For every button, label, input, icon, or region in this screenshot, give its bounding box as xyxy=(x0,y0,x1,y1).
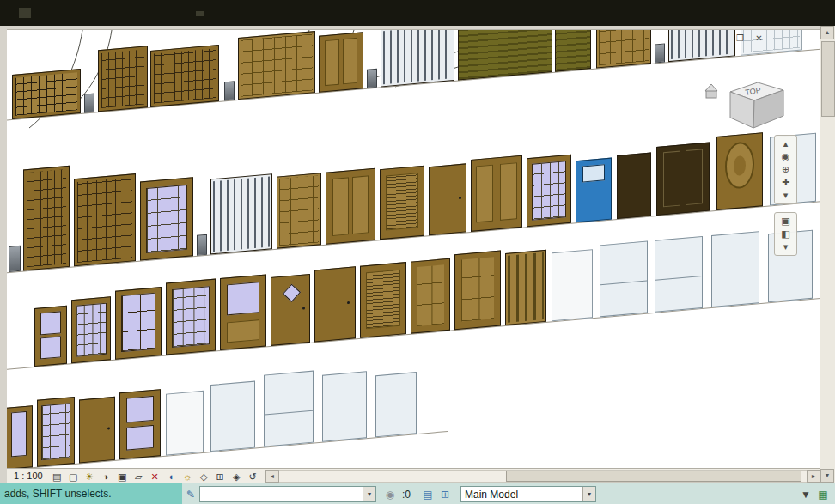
close-icon[interactable]: ✕ xyxy=(753,33,765,44)
visual-style-icon[interactable]: ▢ xyxy=(65,471,82,483)
door-post[interactable] xyxy=(224,81,235,100)
shadows-icon[interactable]: ◑ xyxy=(98,471,114,483)
horizontal-scrollbar-thumb[interactable] xyxy=(506,471,801,482)
crop-view-icon[interactable]: ▱ xyxy=(131,471,147,483)
door-louver[interactable] xyxy=(360,262,406,338)
navigation-bar: ▴◉⊕✚▾▣◧▾ xyxy=(774,135,797,256)
door-sheet2[interactable] xyxy=(264,371,314,447)
crop-region-hidden-icon[interactable]: ✕ xyxy=(147,471,163,483)
door-sheet2[interactable] xyxy=(655,236,703,313)
door-garage[interactable] xyxy=(596,29,651,69)
door-post[interactable] xyxy=(9,246,21,272)
steering-wheel-icon[interactable]: ◉ xyxy=(775,150,796,163)
door-latticewide[interactable] xyxy=(74,173,136,266)
scroll-left-icon[interactable]: ◄ xyxy=(265,470,279,483)
door-hslat[interactable] xyxy=(555,29,591,72)
door-panel6[interactable] xyxy=(411,258,450,334)
door-lattice[interactable] xyxy=(23,166,70,271)
filter-icon[interactable]: ▼ xyxy=(799,489,813,501)
door-sheet[interactable] xyxy=(210,381,255,452)
door-vbar[interactable] xyxy=(381,29,454,87)
door-sheet[interactable] xyxy=(375,372,417,437)
door-sheet2[interactable] xyxy=(600,241,648,318)
door-sheet[interactable] xyxy=(322,371,367,442)
displacement-icon[interactable]: ◈ xyxy=(229,471,245,483)
door-post[interactable] xyxy=(655,44,665,64)
worksharing-display-icon[interactable]: ◇ xyxy=(196,471,212,483)
temporary-view-properties-icon[interactable]: ⊞ xyxy=(212,471,229,483)
door-fencegrid[interactable] xyxy=(12,69,81,119)
door-post[interactable] xyxy=(84,94,94,113)
restore-icon[interactable]: ❐ xyxy=(734,33,747,44)
scroll-right-icon[interactable]: ► xyxy=(807,470,820,483)
design-options-combobox[interactable]: Main Model ▾ xyxy=(460,486,596,502)
pan-icon[interactable]: ✚ xyxy=(775,176,796,189)
zoom-icon[interactable]: ⊕ xyxy=(775,163,796,176)
select-toggle-icon[interactable]: ▦ xyxy=(816,489,830,501)
door-flush[interactable] xyxy=(79,397,115,464)
door-glass2[interactable] xyxy=(34,306,67,367)
door-lattice[interactable] xyxy=(150,45,219,107)
vertical-scrollbar-thumb[interactable] xyxy=(821,41,835,117)
door-glassgrid[interactable] xyxy=(37,397,75,467)
horizontal-scrollbar-track[interactable] xyxy=(279,470,807,483)
door-glassgrid[interactable] xyxy=(140,177,193,260)
door-darkflush[interactable] xyxy=(617,153,651,219)
scroll-down-icon[interactable]: ▼ xyxy=(820,469,834,483)
door-hslat[interactable] xyxy=(458,29,552,81)
design-option-grid-icon[interactable]: ⊞ xyxy=(438,489,452,501)
reveal-hidden-elements-icon[interactable]: ☼ xyxy=(180,471,196,483)
door-panel2[interactable] xyxy=(326,168,375,245)
door-darkpanel[interactable] xyxy=(656,143,710,216)
door-glassnarrow[interactable] xyxy=(7,405,33,469)
door-flush[interactable] xyxy=(314,266,356,342)
design-option-sheet-icon[interactable]: ▤ xyxy=(421,489,435,501)
door-glasspanel[interactable] xyxy=(220,274,266,350)
chevron-down-icon[interactable]: ▾ xyxy=(582,487,595,501)
reveal-constraints-icon[interactable]: ↺ xyxy=(245,471,261,483)
door-detail xyxy=(343,38,357,84)
door-garage[interactable] xyxy=(277,173,321,249)
door-diamond[interactable] xyxy=(271,274,310,346)
door-blue[interactable] xyxy=(576,158,612,223)
workset-combobox[interactable]: ▾ xyxy=(199,486,376,502)
chevron-down-icon[interactable]: ▾ xyxy=(775,240,796,253)
door-glassgrid[interactable] xyxy=(527,155,571,228)
door-glass2[interactable] xyxy=(119,389,161,459)
chevron-up-icon[interactable]: ▴ xyxy=(775,137,796,150)
door-panel6[interactable] xyxy=(454,250,501,330)
drawing-area[interactable]: — ❐ ✕ TOP ▴◉⊕✚▾▣◧▾ xyxy=(7,29,820,469)
door-lattice[interactable] xyxy=(98,46,148,112)
detail-level-icon[interactable]: ▤ xyxy=(49,471,65,483)
editable-only-icon[interactable]: ✎ xyxy=(184,489,198,501)
orient-cube-icon[interactable]: ▣ xyxy=(775,215,796,228)
door-louver[interactable] xyxy=(380,166,424,240)
door-post[interactable] xyxy=(367,69,377,88)
sun-path-icon[interactable]: ☀ xyxy=(82,471,98,483)
door-glassgrid[interactable] xyxy=(166,279,216,355)
door-sheet[interactable] xyxy=(711,231,759,307)
view-scale[interactable]: 1 : 100 xyxy=(14,471,43,481)
chevron-down-icon[interactable]: ▾ xyxy=(775,189,796,202)
door-glassgrid[interactable] xyxy=(71,296,111,363)
minimize-icon[interactable]: — xyxy=(715,33,728,44)
door-detail xyxy=(417,264,445,326)
door-post[interactable] xyxy=(197,234,207,256)
shaded-view-icon[interactable]: ◧ xyxy=(775,228,796,240)
temporary-hide-isolate-icon[interactable]: ◖ xyxy=(163,471,180,483)
horizontal-scrollbar[interactable]: ◄ ► xyxy=(265,470,820,483)
scroll-up-icon[interactable]: ▲ xyxy=(820,26,834,39)
door-panel2[interactable] xyxy=(319,32,363,93)
show-rendering-dialog-icon[interactable]: ▣ xyxy=(114,471,131,483)
door-glass6[interactable] xyxy=(115,287,162,360)
door-vstripe[interactable] xyxy=(505,250,546,325)
door-flush[interactable] xyxy=(429,163,466,235)
door-whitesheet[interactable] xyxy=(552,249,593,321)
door-whitesheet[interactable] xyxy=(166,391,204,456)
chevron-down-icon[interactable]: ▾ xyxy=(363,487,375,501)
door-doublepanel[interactable] xyxy=(471,155,522,232)
vertical-scrollbar[interactable]: ▲ ▼ xyxy=(820,26,835,483)
door-vbar[interactable] xyxy=(210,173,272,254)
door-garage[interactable] xyxy=(238,31,315,100)
door-detail xyxy=(500,163,517,221)
